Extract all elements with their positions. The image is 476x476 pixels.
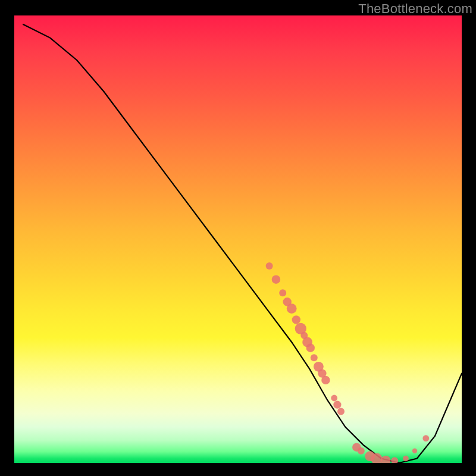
data-marker xyxy=(292,315,300,324)
data-marker xyxy=(412,449,417,453)
data-marker xyxy=(403,456,409,462)
data-marker xyxy=(272,275,280,284)
chart-line-layer xyxy=(23,24,462,463)
data-marker xyxy=(279,289,286,296)
data-marker xyxy=(333,401,341,409)
data-marker xyxy=(311,354,318,361)
data-marker xyxy=(306,344,315,352)
data-marker xyxy=(287,303,297,314)
chart-marker-layer xyxy=(266,262,430,463)
chart-svg xyxy=(14,15,462,463)
watermark-text: TheBottleneck.com xyxy=(358,1,472,17)
data-marker xyxy=(331,395,337,402)
data-marker xyxy=(337,408,345,415)
data-marker xyxy=(321,376,330,384)
data-marker xyxy=(266,262,273,270)
bottleneck-curve xyxy=(23,24,462,463)
data-marker xyxy=(391,457,398,463)
data-marker xyxy=(358,447,365,455)
data-marker xyxy=(381,456,391,463)
data-marker xyxy=(422,435,429,441)
chart-frame xyxy=(14,15,462,463)
